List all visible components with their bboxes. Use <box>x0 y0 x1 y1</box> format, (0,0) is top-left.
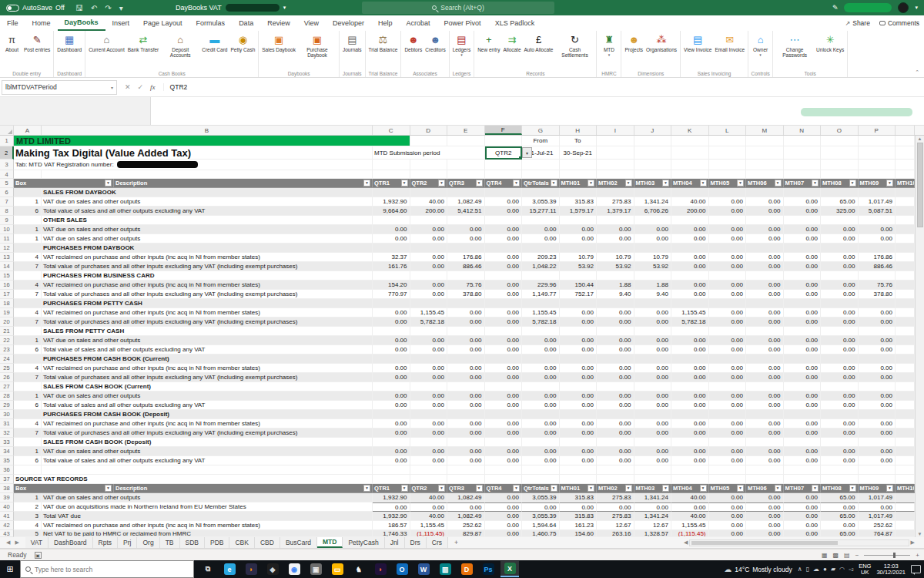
value-cell[interactable]: 0.00 <box>784 493 822 502</box>
filter-button[interactable]: ▼ <box>438 180 445 187</box>
value-cell[interactable]: 0.00 <box>821 318 859 327</box>
value-cell[interactable]: 0.00 <box>485 262 523 271</box>
header-mth09[interactable]: MTH09▼ <box>859 179 896 188</box>
value-cell[interactable]: 0.00 <box>522 401 560 410</box>
value-cell[interactable]: 0.00 <box>634 345 672 355</box>
value-cell[interactable]: 0.00 <box>522 336 560 345</box>
value-cell[interactable]: 0.00 <box>410 336 448 345</box>
column-header-C[interactable]: C <box>373 126 410 135</box>
horizontal-scrollbar[interactable]: ◀ ▶ <box>684 538 915 547</box>
tab-data[interactable]: Data <box>232 15 260 31</box>
filter-button[interactable]: ▼ <box>775 180 782 187</box>
header-mth09[interactable]: MTH09▼ <box>859 484 896 493</box>
row-header-28[interactable]: 28 <box>0 391 14 401</box>
value-cell[interactable]: 0.00 <box>485 336 523 345</box>
value-cell[interactable]: 315.83 <box>560 197 598 207</box>
value-cell[interactable]: 0.00 <box>784 262 822 271</box>
value-cell[interactable]: 0.00 <box>821 373 859 382</box>
value-cell[interactable]: 0.00 <box>746 207 784 216</box>
value-cell[interactable]: 1,746.33 <box>373 530 410 537</box>
header-qtr1[interactable]: QTR1▼ <box>373 179 410 188</box>
value-cell[interactable]: 1.88 <box>634 281 672 290</box>
header-mth05[interactable]: MTH05▼ <box>709 484 747 493</box>
header-mth04[interactable]: MTH04▼ <box>671 484 709 493</box>
value-cell[interactable]: 0.00 <box>671 364 709 373</box>
value-cell[interactable]: 0.00 <box>784 345 822 355</box>
value-cell[interactable]: 0.00 <box>709 419 747 428</box>
notification-center-icon[interactable] <box>911 565 921 573</box>
value-cell[interactable]: 0.00 <box>485 318 523 327</box>
credit-card-button[interactable]: ▬Credit Card <box>200 32 229 53</box>
debtors-button[interactable]: ☻Debtors <box>403 32 424 53</box>
filter-button[interactable]: ▼ <box>812 180 819 187</box>
value-cell[interactable]: 0.00 <box>560 502 598 512</box>
value-cell[interactable]: 0.00 <box>709 345 747 355</box>
sheet-tab-cbd[interactable]: CBD <box>255 537 280 548</box>
value-cell[interactable]: 0.00 <box>671 290 709 299</box>
value-cell[interactable]: 0.00 <box>373 428 410 438</box>
filter-button[interactable]: ▼ <box>476 485 483 492</box>
header-mth03[interactable]: MTH03▼ <box>634 484 672 493</box>
value-cell[interactable]: 0.00 <box>784 234 822 244</box>
value-cell[interactable]: 0.00 <box>784 428 822 438</box>
value-cell[interactable]: 0.00 <box>784 290 822 299</box>
value-cell[interactable]: 0.00 <box>485 512 523 521</box>
value-cell[interactable]: 12.67 <box>597 521 634 530</box>
vertical-scrollbar[interactable]: ▲ ▼ <box>915 136 924 537</box>
value-cell[interactable]: 0.00 <box>410 456 448 465</box>
column-header-L[interactable]: L <box>709 126 747 135</box>
value-cell[interactable]: 15,277.11 <box>522 207 560 216</box>
value-cell[interactable]: 1,155.45 <box>410 308 448 318</box>
zoom-in-button[interactable]: + <box>916 552 919 559</box>
column-header-J[interactable]: J <box>634 126 672 135</box>
volume-icon[interactable]: ◅ <box>849 566 853 573</box>
value-cell[interactable]: 0.00 <box>821 391 859 401</box>
value-cell[interactable]: 65.00 <box>821 512 859 521</box>
value-cell[interactable]: 0.00 <box>485 521 523 530</box>
value-cell[interactable]: 0.00 <box>859 225 896 234</box>
row-header-37[interactable]: 37 <box>0 475 14 484</box>
value-cell[interactable]: 0.00 <box>709 493 747 502</box>
add-sheet-button[interactable]: + <box>448 537 464 548</box>
value-cell[interactable]: 0.00 <box>597 428 634 438</box>
value-cell[interactable]: 0.00 <box>746 428 784 438</box>
value-cell[interactable]: 1,341.24 <box>634 512 672 521</box>
value-cell[interactable]: 0.00 <box>522 364 560 373</box>
value-cell[interactable]: 315.83 <box>560 493 598 502</box>
value-cell[interactable]: 5,782.18 <box>671 318 709 327</box>
row-header-26[interactable]: 26 <box>0 373 14 382</box>
value-cell[interactable]: 0.00 <box>784 391 822 401</box>
value-cell[interactable]: 0.00 <box>709 521 747 530</box>
value-cell[interactable]: 0.00 <box>447 308 485 318</box>
row-header-34[interactable]: 34 <box>0 447 14 456</box>
filter-button[interactable]: ▼ <box>363 180 370 187</box>
deposit-accounts-button[interactable]: ⌂Deposit Accounts <box>160 32 200 59</box>
row-header-11[interactable]: 11 <box>0 234 14 244</box>
value-cell[interactable]: 0.00 <box>485 502 523 512</box>
projects-button[interactable]: ☻Projects <box>623 32 644 53</box>
value-cell[interactable]: 1,932.90 <box>373 512 410 521</box>
row-header-5[interactable]: 5 <box>0 179 14 188</box>
value-cell[interactable]: 0.00 <box>447 336 485 345</box>
value-cell[interactable]: 263.16 <box>597 530 634 537</box>
value-cell[interactable]: 0.00 <box>671 225 709 234</box>
value-cell[interactable]: 0.00 <box>634 364 672 373</box>
auto-allocate-button[interactable]: £Auto Allocate <box>523 32 555 53</box>
value-cell[interactable]: 0.00 <box>373 308 410 318</box>
value-cell[interactable]: 0.00 <box>410 345 448 355</box>
tab-page-layout[interactable]: Page Layout <box>136 15 189 31</box>
value-cell[interactable]: 0.00 <box>485 401 523 410</box>
value-cell[interactable]: 0.00 <box>784 512 822 521</box>
value-cell[interactable]: 0.00 <box>560 419 598 428</box>
header-mth01[interactable]: MTH01▼ <box>560 179 598 188</box>
value-cell[interactable]: 0.00 <box>373 345 410 355</box>
sheet-tab-pdb[interactable]: PDB <box>205 537 229 548</box>
value-cell[interactable]: 0.00 <box>859 336 896 345</box>
value-cell[interactable]: 0.00 <box>859 364 896 373</box>
filter-button[interactable]: ▼ <box>625 485 632 492</box>
value-cell[interactable]: 53.92 <box>597 262 634 271</box>
header-mth10[interactable]: MTH10 <box>896 179 915 188</box>
value-cell[interactable]: 0.00 <box>821 234 859 244</box>
firefox-icon[interactable]: ◗ <box>371 561 390 577</box>
row-header-30[interactable]: 30 <box>0 410 14 419</box>
